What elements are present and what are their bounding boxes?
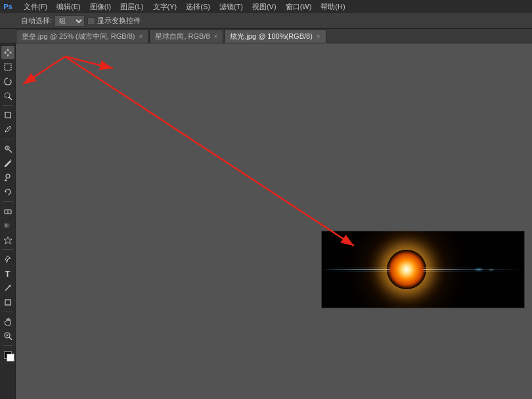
tool-separator-3 (3, 201, 13, 202)
tool-separator-4 (3, 249, 13, 250)
eyedropper-tool[interactable] (1, 123, 14, 136)
menu-bar: 文件(F) 编辑(E) 图像(I) 图层(L) 文字(Y) 选择(S) 滤镜(T… (0, 0, 532, 13)
menu-file[interactable]: 文件(F) (20, 1, 51, 13)
auto-select-dropdown[interactable]: 组 图层 (55, 15, 85, 27)
lens-flare (322, 231, 524, 308)
svg-point-9 (6, 174, 10, 178)
tab-close-2[interactable]: × (317, 33, 321, 40)
crop-tool[interactable] (1, 108, 14, 122)
path-select-tool[interactable] (1, 281, 14, 294)
gradient-tool[interactable] (1, 219, 14, 232)
tab-1[interactable]: 星球自闻, RGB/8 × (149, 30, 223, 43)
menu-edit[interactable]: 编辑(E) (53, 1, 85, 13)
menu-filter[interactable]: 滤镜(T) (215, 1, 247, 13)
flare-dot2 (488, 268, 495, 271)
shape-tool[interactable] (1, 296, 14, 309)
main-layout: T (0, 43, 532, 399)
svg-point-8 (5, 166, 6, 167)
svg-line-21 (23, 57, 65, 84)
clone-tool[interactable] (1, 171, 14, 184)
canvas-image (321, 231, 525, 308)
svg-line-5 (9, 150, 12, 153)
flare-main-glow (387, 250, 426, 289)
svg-line-17 (9, 337, 12, 340)
tool-separator-6 (3, 345, 13, 346)
move-tool[interactable] (1, 46, 14, 59)
canvas-area (16, 43, 532, 399)
history-brush-tool[interactable] (1, 185, 14, 199)
background-color[interactable] (7, 354, 14, 362)
dodge-tool[interactable] (1, 233, 14, 246)
menu-window[interactable]: 窗口(W) (282, 1, 316, 13)
tab-close-1[interactable]: × (214, 33, 218, 40)
ps-logo: Ps (0, 0, 16, 13)
pen-tool[interactable] (1, 252, 14, 266)
tab-2[interactable]: 炫光.jpg @ 100%(RGB/8) × (224, 30, 326, 43)
svg-line-22 (65, 57, 113, 68)
menu-type[interactable]: 文字(Y) (149, 1, 181, 13)
flare-dot1 (474, 268, 484, 271)
lasso-tool[interactable] (1, 75, 14, 88)
brush-tool[interactable] (1, 156, 14, 170)
color-swatches[interactable] (1, 351, 14, 363)
tab-0[interactable]: 堡垒.jpg @ 25% (城市中间, RGB/8) × (16, 30, 148, 43)
svg-point-1 (5, 93, 10, 98)
quick-select-tool[interactable] (1, 89, 14, 103)
zoom-tool[interactable] (1, 329, 14, 342)
menu-help[interactable]: 帮助(H) (317, 1, 349, 13)
svg-line-23 (65, 57, 354, 246)
tool-separator-1 (3, 105, 13, 106)
options-bar: 自动选择: 组 图层 显示变换控件 (0, 13, 532, 29)
menu-view[interactable]: 视图(V) (248, 1, 280, 13)
tool-separator-5 (3, 312, 13, 312)
svg-rect-15 (5, 300, 11, 305)
menu-select[interactable]: 选择(S) (182, 1, 214, 13)
svg-rect-12 (5, 223, 11, 227)
menu-layer[interactable]: 图层(L) (116, 1, 147, 13)
svg-rect-0 (5, 64, 11, 70)
menu-image[interactable]: 图像(I) (86, 1, 115, 13)
svg-line-2 (9, 97, 12, 100)
auto-select-label: 自动选择: (21, 16, 52, 26)
eraser-tool[interactable] (1, 204, 14, 218)
tab-close-0[interactable]: × (139, 33, 143, 40)
transform-checkbox[interactable] (87, 17, 95, 25)
marquee-tool[interactable] (1, 60, 14, 74)
type-tool[interactable]: T (1, 267, 14, 280)
hand-tool[interactable] (1, 315, 14, 328)
svg-line-13 (6, 262, 7, 263)
heal-tool[interactable] (1, 142, 14, 155)
tabs-bar: 堡垒.jpg @ 25% (城市中间, RGB/8) × 星球自闻, RGB/8… (0, 29, 532, 43)
tool-separator-2 (3, 139, 13, 139)
arrows-overlay (16, 43, 532, 399)
toolbar: T (0, 43, 16, 399)
transform-label: 显示变换控件 (97, 16, 141, 26)
